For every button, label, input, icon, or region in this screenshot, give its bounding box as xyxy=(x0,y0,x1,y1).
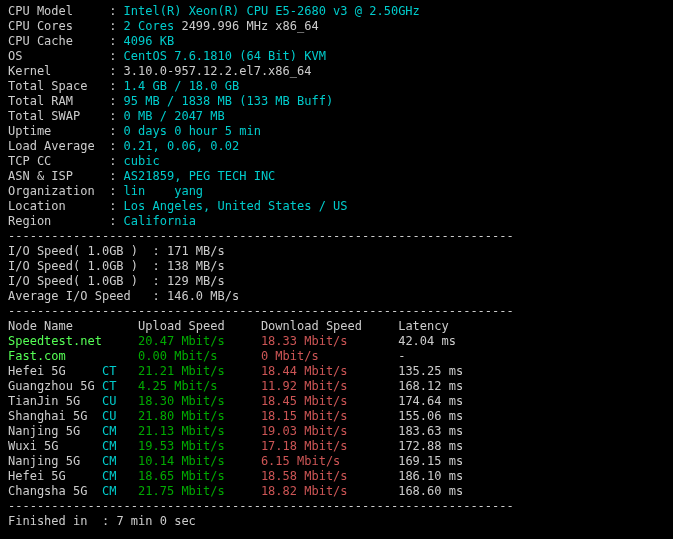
info-row: CPU Model : Intel(R) Xeon(R) CPU E5-2680… xyxy=(8,4,665,19)
latency-value: 183.63 ms xyxy=(398,424,463,438)
node-name: Hefei 5G xyxy=(8,364,102,378)
latency-value: 135.25 ms xyxy=(398,364,463,378)
footer-row: Finished in : 7 min 0 sec xyxy=(8,514,665,529)
info-value: 0 MB / 2047 MB xyxy=(124,109,225,123)
colon: : xyxy=(109,79,123,93)
node-name: Hefei 5G xyxy=(8,469,102,483)
info-label: ASN & ISP xyxy=(8,169,109,183)
node-name: Speedtest.net xyxy=(8,334,102,348)
hdr-down: Download Speed xyxy=(261,319,398,333)
io-value: 146.0 MB/s xyxy=(167,289,239,303)
download-value: 18.82 Mbit/s xyxy=(261,484,398,498)
io-row: I/O Speed( 1.0GB ) : 138 MB/s xyxy=(8,259,665,274)
download-value: 19.03 Mbit/s xyxy=(261,424,398,438)
info-row: ASN & ISP : AS21859, PEG TECH INC xyxy=(8,169,665,184)
upload-value: 10.14 Mbit/s xyxy=(138,454,261,468)
download-value: 18.15 Mbit/s xyxy=(261,409,398,423)
upload-value: 18.65 Mbit/s xyxy=(138,469,261,483)
info-row: CPU Cores : 2 Cores 2499.996 MHz x86_64 xyxy=(8,19,665,34)
download-value: 0 Mbit/s xyxy=(261,349,398,363)
latency-value: 42.04 ms xyxy=(398,334,456,348)
download-value: 18.44 Mbit/s xyxy=(261,364,398,378)
upload-value: 18.30 Mbit/s xyxy=(138,394,261,408)
info-row: OS : CentOS 7.6.1810 (64 Bit) KVM xyxy=(8,49,665,64)
hdr-lat: Latency xyxy=(398,319,449,333)
info-value: Intel(R) Xeon(R) CPU E5-2680 v3 @ 2.50GH… xyxy=(124,4,420,18)
download-value: 18.45 Mbit/s xyxy=(261,394,398,408)
latency-value: 172.88 ms xyxy=(398,439,463,453)
upload-value: 0.00 Mbit/s xyxy=(138,349,261,363)
info-row: CPU Cache : 4096 KB xyxy=(8,34,665,49)
node-name: Shanghai 5G xyxy=(8,409,102,423)
io-row: I/O Speed( 1.0GB ) : 129 MB/s xyxy=(8,274,665,289)
speed-row: Nanjing 5G CM 10.14 Mbit/s 6.15 Mbit/s 1… xyxy=(8,454,665,469)
colon: : xyxy=(109,214,123,228)
speed-row: Hefei 5G CM 18.65 Mbit/s 18.58 Mbit/s 18… xyxy=(8,469,665,484)
speed-row: Guangzhou 5G CT 4.25 Mbit/s 11.92 Mbit/s… xyxy=(8,379,665,394)
info-value: 1.4 GB / 18.0 GB xyxy=(124,79,240,93)
info-value: 0 days 0 hour 5 min xyxy=(124,124,261,138)
colon: : xyxy=(109,139,123,153)
info-row: Total RAM : 95 MB / 1838 MB (133 MB Buff… xyxy=(8,94,665,109)
colon: : xyxy=(109,169,123,183)
node-tag: CM xyxy=(102,439,138,453)
info-label: Location xyxy=(8,199,109,213)
info-row: Load Average : 0.21, 0.06, 0.02 xyxy=(8,139,665,154)
upload-value: 19.53 Mbit/s xyxy=(138,439,261,453)
info-value: 0.21, 0.06, 0.02 xyxy=(124,139,240,153)
info-value: 3.10.0-957.12.2.el7.x86_64 xyxy=(124,64,312,78)
io-value: 171 MB/s xyxy=(167,244,225,258)
info-value: lin yang xyxy=(124,184,203,198)
latency-value: 168.60 ms xyxy=(398,484,463,498)
cores-count: 2 Cores xyxy=(124,19,175,33)
colon: : xyxy=(109,124,123,138)
speed-row: Changsha 5G CM 21.75 Mbit/s 18.82 Mbit/s… xyxy=(8,484,665,499)
info-row: Region : California xyxy=(8,214,665,229)
colon: : xyxy=(109,109,123,123)
info-value: Los Angeles, United States / US xyxy=(124,199,348,213)
info-value: CentOS 7.6.1810 (64 Bit) KVM xyxy=(124,49,326,63)
node-name: Changsha 5G xyxy=(8,484,102,498)
node-name: Guangzhou 5G xyxy=(8,379,102,393)
colon: : xyxy=(109,34,123,48)
cores-freq: 2499.996 MHz x86_64 xyxy=(174,19,319,33)
io-label: Average I/O Speed xyxy=(8,289,153,303)
finished-value: 7 min 0 sec xyxy=(116,514,195,528)
colon: : xyxy=(109,94,123,108)
node-tag: CU xyxy=(102,409,138,423)
speed-row: Hefei 5G CT 21.21 Mbit/s 18.44 Mbit/s 13… xyxy=(8,364,665,379)
upload-value: 21.13 Mbit/s xyxy=(138,424,261,438)
node-tag xyxy=(102,334,138,348)
io-label: I/O Speed( 1.0GB ) xyxy=(8,244,153,258)
latency-value: 174.64 ms xyxy=(398,394,463,408)
hdr-up: Upload Speed xyxy=(138,319,261,333)
node-tag xyxy=(102,349,138,363)
node-tag: CM xyxy=(102,454,138,468)
info-label: Load Average xyxy=(8,139,109,153)
colon: : xyxy=(109,199,123,213)
io-label: I/O Speed( 1.0GB ) xyxy=(8,259,153,273)
latency-value: 155.06 ms xyxy=(398,409,463,423)
speed-header: Node Name Upload Speed Download Speed La… xyxy=(8,319,665,334)
latency-value: 169.15 ms xyxy=(398,454,463,468)
io-row: Average I/O Speed : 146.0 MB/s xyxy=(8,289,665,304)
info-label: CPU Cores xyxy=(8,19,109,33)
node-tag: CT xyxy=(102,364,138,378)
info-label: Kernel xyxy=(8,64,109,78)
info-label: Uptime xyxy=(8,124,109,138)
hdr-node: Node Name xyxy=(8,319,138,333)
info-row: Location : Los Angeles, United States / … xyxy=(8,199,665,214)
download-value: 18.33 Mbit/s xyxy=(261,334,398,348)
colon: : xyxy=(109,4,123,18)
info-row: Organization : lin yang xyxy=(8,184,665,199)
node-tag: CU xyxy=(102,394,138,408)
finished-label: Finished in xyxy=(8,514,102,528)
node-name: Nanjing 5G xyxy=(8,424,102,438)
info-label: Region xyxy=(8,214,109,228)
divider: ----------------------------------------… xyxy=(8,229,665,244)
terminal-output: CPU Model : Intel(R) Xeon(R) CPU E5-2680… xyxy=(8,4,665,529)
latency-value: 168.12 ms xyxy=(398,379,463,393)
speed-row: Wuxi 5G CM 19.53 Mbit/s 17.18 Mbit/s 172… xyxy=(8,439,665,454)
info-value: AS21859, PEG TECH INC xyxy=(124,169,276,183)
node-tag: CM xyxy=(102,424,138,438)
